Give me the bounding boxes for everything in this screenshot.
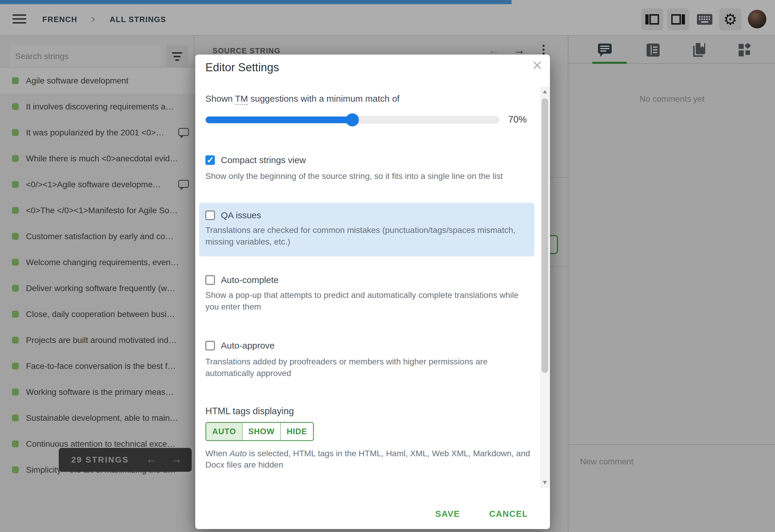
auto-complete-desc: Show a pop-up that attempts to predict a… [205,289,519,313]
compact-strings-row: ✓ Compact strings view [205,155,306,165]
qa-issues-checkbox[interactable] [205,210,215,220]
auto-complete-row: Auto-complete [205,275,278,286]
qa-issues-row: QA issues [205,210,261,221]
auto-approve-label: Auto-approve [221,341,274,351]
tm-slider-label: Shown TM suggestions with a minimum matc… [205,94,400,104]
modal-title: Editor Settings [205,61,279,74]
segment-auto[interactable]: AUTO [206,423,242,440]
save-button[interactable]: SAVE [431,506,464,522]
tm-match-slider[interactable] [205,113,499,127]
scroll-up-icon[interactable] [543,90,547,93]
editor-page: FRENCH › ALL STRINGS [0,0,775,532]
segment-show[interactable]: SHOW [242,423,280,440]
slider-value: 70% [508,114,541,125]
qa-issues-desc: Translations are checked for common mist… [205,224,515,247]
tm-abbr: TM [235,94,248,105]
qa-issues-highlight: QA issues Translations are checked for c… [199,203,535,256]
slider-fill [206,117,352,123]
cancel-button[interactable]: CANCEL [485,506,532,522]
compact-strings-label: Compact strings view [221,155,306,165]
compact-strings-checkbox[interactable]: ✓ [205,155,215,165]
html-tags-desc: When Auto is selected, HTML tags in the … [205,448,530,471]
editor-settings-modal: Editor Settings × Shown TM suggestions w… [195,55,550,529]
compact-strings-desc: Show only the beginning of the source st… [205,170,503,182]
close-icon[interactable]: × [532,56,542,74]
auto-approve-row: Auto-approve [205,340,274,351]
slider-thumb[interactable] [346,113,359,126]
auto-approve-desc: Translations added by proofreaders or me… [205,356,488,379]
modal-scrollbar[interactable] [541,87,549,488]
check-icon: ✓ [206,155,214,165]
auto-approve-checkbox[interactable] [205,341,215,351]
segment-hide[interactable]: HIDE [280,423,313,440]
auto-complete-label: Auto-complete [221,275,278,285]
html-tags-heading: HTML tags displaying [205,406,294,417]
qa-issues-label: QA issues [221,210,261,220]
scrollbar-thumb[interactable] [542,98,548,373]
modal-buttons: SAVE CANCEL [431,503,532,524]
scroll-down-icon[interactable] [543,481,547,484]
html-tags-segmented-control: AUTO SHOW HIDE [205,422,314,441]
auto-complete-checkbox[interactable] [205,275,215,285]
